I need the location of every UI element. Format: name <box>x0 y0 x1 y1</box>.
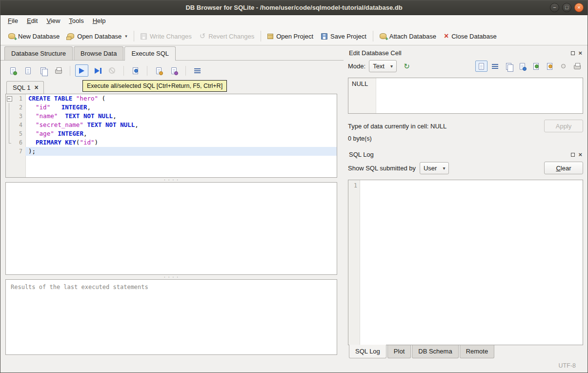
window-controls: − □ × <box>550 3 584 12</box>
export-results-icon <box>133 67 138 74</box>
log-filter-value: User <box>424 165 437 172</box>
tab-execute-sql[interactable]: Execute SQL <box>124 46 176 61</box>
save-sql-as-button[interactable] <box>37 64 50 77</box>
save-project-label: Save Project <box>330 33 366 40</box>
code-line[interactable]: ); <box>25 147 337 156</box>
code-line[interactable]: CREATE TABLE "hero" ( <box>25 94 337 103</box>
close-button-icon[interactable]: × <box>574 3 584 12</box>
code-line[interactable]: "age" INTEGER, <box>25 129 337 138</box>
print-cell-button[interactable] <box>571 61 583 72</box>
code-line[interactable]: "secret_name" TEXT NOT NULL, <box>25 121 337 129</box>
editor-line: 3 "name" TEXT NOT NULL, <box>6 112 337 121</box>
database-close-icon: × <box>444 33 448 40</box>
find-replace-button[interactable] <box>167 64 181 77</box>
import-data-button[interactable]: ↻ <box>400 60 413 72</box>
menu-help[interactable]: Help <box>88 15 110 27</box>
close-tab-icon[interactable]: × <box>34 85 38 90</box>
editor-line: 1CREATE TABLE "hero" ( <box>6 94 337 103</box>
execute-all-icon <box>79 68 84 74</box>
code-line[interactable]: "id" INTEGER, <box>25 103 337 112</box>
cell-toolbar-icons <box>475 61 583 72</box>
save-sql-file-icon <box>25 67 31 74</box>
open-in-new-tab-icon <box>156 67 162 74</box>
titlebar[interactable]: DB Browser for SQLite - /home/user/code/… <box>0 0 588 15</box>
save-as-icon <box>520 63 525 70</box>
save-project-button[interactable]: Save Project <box>317 30 370 42</box>
dock-tab-plot[interactable]: Plot <box>387 345 411 358</box>
main-toolbar: New DatabaseOpen Database▾Write Changes↺… <box>0 27 588 45</box>
menu-view[interactable]: View <box>42 15 64 27</box>
tab-browse-data[interactable]: Browse Data <box>74 46 123 60</box>
log-filter-combo[interactable]: User ▾ <box>420 162 449 174</box>
code-line[interactable]: "name" TEXT NOT NULL, <box>25 112 337 121</box>
menubar: FileEditViewToolsHelp <box>0 15 588 27</box>
code-line[interactable]: PRIMARY KEY("id") <box>25 138 337 147</box>
print-button[interactable] <box>52 64 65 77</box>
copy-button[interactable] <box>503 61 515 72</box>
execute-all-button[interactable] <box>75 64 88 77</box>
refresh-icon: ↻ <box>404 62 410 70</box>
execute-current-line-button[interactable] <box>90 64 103 77</box>
export-button[interactable] <box>530 61 542 72</box>
set-null-button[interactable] <box>557 61 569 72</box>
float-dock-icon[interactable] <box>571 153 575 157</box>
save-sql-as-icon <box>41 67 46 74</box>
main-area: Database StructureBrowse DataExecute SQL… <box>0 45 344 359</box>
word-wrap-button[interactable] <box>489 61 501 72</box>
open-database-button[interactable]: Open Database▾ <box>63 30 131 42</box>
editor-line: 2 "id" INTEGER, <box>6 103 337 112</box>
cell-edit-area[interactable] <box>376 78 583 113</box>
text-view-button[interactable] <box>475 61 487 72</box>
save-sql-file-button[interactable] <box>21 64 35 77</box>
import-button[interactable] <box>544 61 556 72</box>
sql-editor[interactable]: 1CREATE TABLE "hero" (2 "id" INTEGER,3 "… <box>5 94 337 178</box>
results-message-pane: Results of the last executed statements <box>5 279 337 355</box>
clear-button[interactable]: Clear <box>544 162 583 174</box>
dock-tab-db-schema[interactable]: DB Schema <box>412 345 458 358</box>
print-cell-icon <box>574 65 581 69</box>
tab-database-structure[interactable]: Database Structure <box>4 46 73 60</box>
maximize-button-icon[interactable]: □ <box>562 3 571 12</box>
window-title: DB Browser for SQLite - /home/user/code/… <box>0 0 588 15</box>
dock-tab-bar: SQL LogPlotDB SchemaRemote <box>348 345 583 359</box>
menu-file[interactable]: File <box>3 15 22 27</box>
project-open-icon <box>267 34 273 39</box>
float-dock-icon[interactable] <box>571 51 575 55</box>
open-project-button[interactable]: Open Project <box>264 30 317 42</box>
cell-editor[interactable]: NULL <box>348 78 583 114</box>
dock-tab-sql-log[interactable]: SQL Log <box>349 345 386 358</box>
encoding-label: UTF-8 <box>559 362 576 369</box>
copy-icon <box>506 63 511 70</box>
menu-tools[interactable]: Tools <box>64 15 88 27</box>
close-database-button[interactable]: ×Close Database <box>440 30 501 42</box>
splitter-handle[interactable] <box>5 178 337 182</box>
minimize-button-icon[interactable]: − <box>550 3 559 12</box>
open-database-label: Open Database <box>77 33 122 40</box>
edit-cell-header: Edit Database Cell × <box>348 45 583 60</box>
dropdown-arrow-icon[interactable]: ▾ <box>125 34 127 39</box>
line-number: 7 <box>12 147 25 156</box>
new-database-button[interactable]: New Database <box>4 30 63 42</box>
splitter-handle-2[interactable] <box>5 275 337 279</box>
close-dock-icon[interactable]: × <box>578 152 582 157</box>
fold-guide <box>6 147 12 156</box>
auto-format-button[interactable] <box>191 64 204 77</box>
cell-value: NULL <box>352 80 368 87</box>
attach-database-button[interactable]: Attach Database <box>376 30 440 42</box>
dock-tab-remote[interactable]: Remote <box>460 345 495 358</box>
open-in-new-tab-button[interactable] <box>152 64 165 77</box>
close-dock-icon[interactable]: × <box>578 51 582 55</box>
find-replace-icon <box>171 67 177 74</box>
editor-line: 6 PRIMARY KEY("id") <box>6 138 337 147</box>
toolbar-separator <box>70 66 70 76</box>
mode-label: Mode: <box>348 62 365 70</box>
execute-sql-panel: SQL 1 × 1CREATE TABLE "hero" (2 "id" INT… <box>0 60 344 359</box>
fold-marker-icon[interactable] <box>6 94 12 103</box>
save-as-button[interactable] <box>516 61 528 72</box>
open-sql-file-button[interactable] <box>6 64 20 77</box>
tab-sql-1[interactable]: SQL 1 × <box>6 81 44 94</box>
mode-combo[interactable]: Text ▾ <box>369 60 397 72</box>
export-results-button[interactable] <box>129 64 142 77</box>
menu-edit[interactable]: Edit <box>22 15 42 27</box>
edit-cell-header-icons: × <box>571 51 582 55</box>
